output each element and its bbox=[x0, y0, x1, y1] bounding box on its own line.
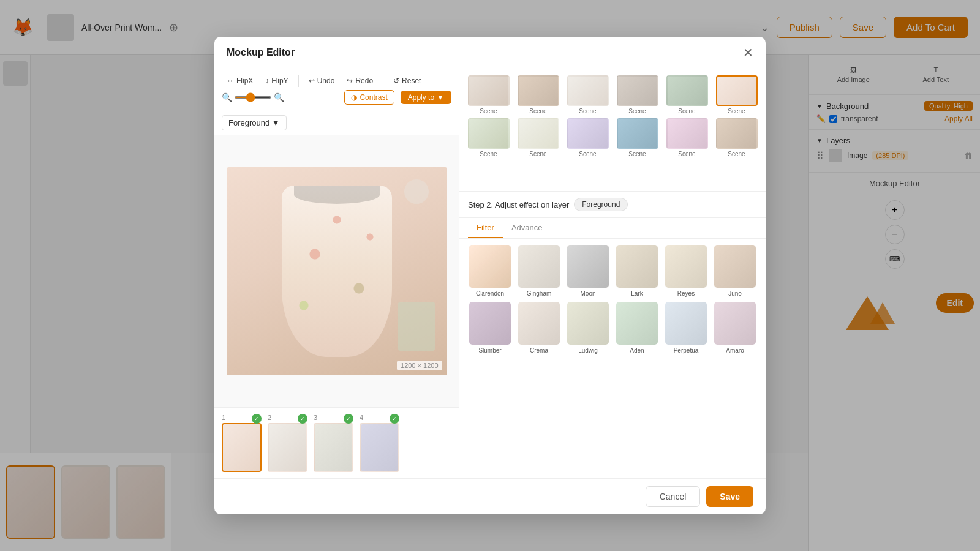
filter-tab[interactable]: Filter bbox=[468, 218, 503, 238]
scene-thumb-1 bbox=[468, 75, 510, 106]
reset-button[interactable]: ↺ Reset bbox=[388, 74, 426, 88]
scene-thumb-11 bbox=[666, 118, 708, 149]
page-check-1: ✓ bbox=[252, 414, 262, 424]
modal-body: ↔ FlipX ↕ FlipY ↩ Undo ↪ bbox=[214, 69, 766, 478]
app-background: 🦊 All-Over Print Wom... ⊕ ⌄ Publish Save… bbox=[0, 0, 980, 551]
scene-item-3[interactable]: Scene bbox=[565, 75, 611, 114]
scene-grid: Scene Scene Scene bbox=[466, 75, 760, 157]
foreground-tag: Foreground ▼ bbox=[214, 110, 459, 135]
filter-item-juno[interactable]: Juno bbox=[713, 245, 757, 297]
filter-item-reyes[interactable]: Reyes bbox=[664, 245, 708, 297]
scene-thumb-2 bbox=[518, 75, 559, 106]
scene-item-6[interactable]: Scene bbox=[714, 75, 760, 114]
scene-item-5[interactable]: Scene bbox=[664, 75, 710, 114]
flipy-button[interactable]: ↕ FlipY bbox=[260, 74, 293, 88]
scene-thumb-9 bbox=[567, 118, 609, 149]
modal-overlay: Mockup Editor ✕ ↔ FlipX ↕ FlipY bbox=[0, 0, 980, 551]
page-check-2: ✓ bbox=[298, 414, 307, 424]
filter-item-aden[interactable]: Aden bbox=[615, 302, 659, 354]
undo-button[interactable]: ↩ Undo bbox=[304, 74, 340, 88]
filter-item-gingham[interactable]: Gingham bbox=[517, 245, 561, 297]
scene-item-1[interactable]: Scene bbox=[466, 75, 511, 114]
modal-left-panel: ↔ FlipX ↕ FlipY ↩ Undo ↪ bbox=[214, 69, 459, 478]
filter-item-lark[interactable]: Lark bbox=[615, 245, 659, 297]
page-thumb-1[interactable] bbox=[222, 423, 262, 472]
contrast-button[interactable]: ◑ Contrast bbox=[344, 90, 394, 105]
zoom-slider-wrap: 🔍 🔍 bbox=[222, 92, 284, 102]
filter-thumb-juno bbox=[714, 245, 756, 288]
scene-item-11[interactable]: Scene bbox=[664, 118, 710, 157]
scene-item-9[interactable]: Scene bbox=[565, 118, 611, 157]
filter-thumb-gingham bbox=[518, 245, 560, 288]
scene-item-2[interactable]: Scene bbox=[515, 75, 561, 114]
zoom-slider[interactable] bbox=[235, 96, 271, 99]
page-thumb-wrap-1[interactable]: 1 ✓ bbox=[222, 414, 262, 472]
scene-thumb-6 bbox=[716, 75, 758, 106]
modal-footer: Cancel Save bbox=[214, 478, 766, 514]
page-check-4: ✓ bbox=[390, 414, 399, 424]
foreground-badge: Foreground bbox=[574, 198, 628, 211]
page-thumb-2[interactable] bbox=[268, 423, 307, 472]
filter-tabs: Filter Advance bbox=[459, 218, 766, 239]
flipx-button[interactable]: ↔ FlipX bbox=[222, 74, 258, 88]
modal-header: Mockup Editor ✕ bbox=[214, 37, 766, 69]
canvas-size-label: 1200 × 1200 bbox=[397, 361, 442, 370]
step2-section: Step 2. Adjust effect on layer Foregroun… bbox=[459, 192, 766, 218]
filter-item-perpetua[interactable]: Perpetua bbox=[664, 302, 708, 354]
cancel-button[interactable]: Cancel bbox=[646, 486, 701, 507]
scene-item-7[interactable]: Scene bbox=[466, 118, 511, 157]
filter-thumb-crema bbox=[518, 302, 560, 345]
scene-item-8[interactable]: Scene bbox=[515, 118, 561, 157]
filter-thumb-slumber bbox=[469, 302, 511, 345]
filter-item-clarendon[interactable]: Clarendon bbox=[468, 245, 512, 297]
filter-thumb-reyes bbox=[665, 245, 707, 288]
scene-item-4[interactable]: Scene bbox=[614, 75, 660, 114]
page-thumb-wrap-3[interactable]: 3 ✓ bbox=[314, 414, 353, 472]
modal-title: Mockup Editor bbox=[227, 47, 295, 58]
mockup-editor-modal: Mockup Editor ✕ ↔ FlipX ↕ FlipY bbox=[214, 37, 766, 514]
scene-thumb-7 bbox=[468, 118, 510, 149]
filter-thumb-amaro bbox=[714, 302, 756, 345]
page-thumb-wrap-2[interactable]: 2 ✓ bbox=[268, 414, 307, 472]
modal-close-button[interactable]: ✕ bbox=[743, 47, 753, 59]
filter-grid: Clarendon Gingham bbox=[468, 245, 757, 354]
redo-button[interactable]: ↪ Redo bbox=[342, 74, 378, 88]
scene-thumb-3 bbox=[567, 75, 609, 106]
filter-item-moon[interactable]: Moon bbox=[566, 245, 610, 297]
canvas-area: 1200 × 1200 bbox=[214, 135, 459, 407]
advance-tab[interactable]: Advance bbox=[503, 218, 551, 238]
filter-grid-wrap: Clarendon Gingham bbox=[459, 239, 766, 478]
scene-thumb-12 bbox=[716, 118, 758, 149]
filter-item-amaro[interactable]: Amaro bbox=[713, 302, 757, 354]
page-thumb-3[interactable] bbox=[314, 423, 353, 472]
scene-grid-wrap: Scene Scene Scene bbox=[459, 69, 766, 192]
modal-right-panel: Scene Scene Scene bbox=[459, 69, 766, 478]
foreground-dropdown[interactable]: Foreground ▼ bbox=[222, 115, 287, 130]
editor-toolbar: ↔ FlipX ↕ FlipY ↩ Undo ↪ bbox=[214, 69, 459, 110]
page-thumb-wrap-4[interactable]: 4 ✓ bbox=[360, 414, 399, 472]
page-check-3: ✓ bbox=[344, 414, 353, 424]
page-thumb-4[interactable] bbox=[360, 423, 399, 472]
filter-item-slumber[interactable]: Slumber bbox=[468, 302, 512, 354]
filter-thumb-aden bbox=[616, 302, 658, 345]
filter-thumb-lark bbox=[616, 245, 658, 288]
scene-item-10[interactable]: Scene bbox=[614, 118, 660, 157]
apply-to-button[interactable]: Apply to ▼ bbox=[401, 91, 451, 104]
scene-thumb-8 bbox=[518, 118, 559, 149]
filter-thumb-clarendon bbox=[469, 245, 511, 288]
filter-thumb-ludwig bbox=[567, 302, 609, 345]
filter-thumb-perpetua bbox=[665, 302, 707, 345]
scene-thumb-10 bbox=[617, 118, 658, 149]
scene-thumb-5 bbox=[666, 75, 708, 106]
modal-save-button[interactable]: Save bbox=[706, 486, 753, 507]
filter-item-ludwig[interactable]: Ludwig bbox=[566, 302, 610, 354]
page-thumbnails: 1 ✓ 2 ✓ bbox=[214, 407, 459, 478]
canvas-image: 1200 × 1200 bbox=[227, 167, 447, 375]
filter-thumb-moon bbox=[567, 245, 609, 288]
filter-item-crema[interactable]: Crema bbox=[517, 302, 561, 354]
step2-label: Step 2. Adjust effect on layer bbox=[468, 200, 569, 209]
scene-thumb-4 bbox=[617, 75, 658, 106]
scene-item-12[interactable]: Scene bbox=[714, 118, 760, 157]
